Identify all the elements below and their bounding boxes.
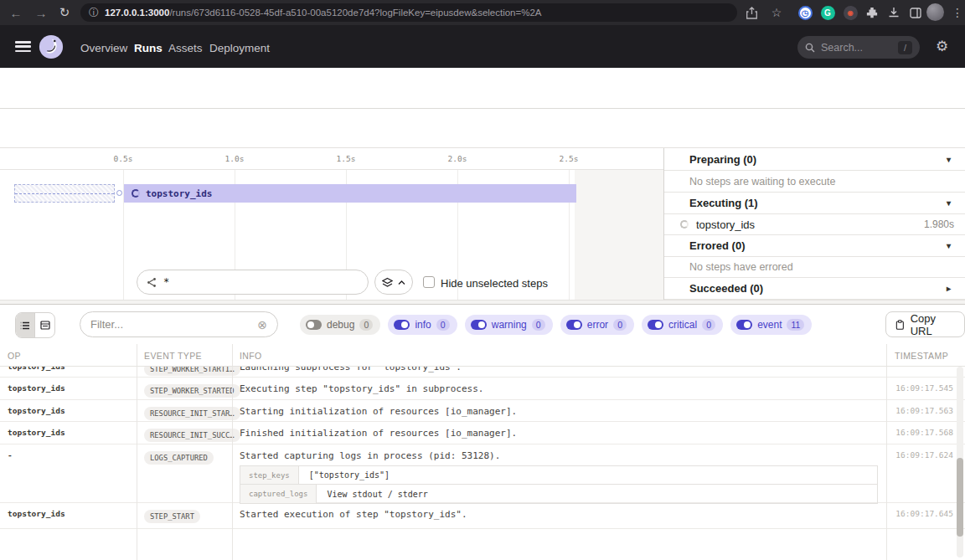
gantt-pending-box <box>14 184 115 203</box>
url-path: /runs/673d6116-0528-45df-a510-00a5120de7… <box>169 8 541 18</box>
chip-warning[interactable]: warning0 <box>465 315 553 335</box>
nav-runs[interactable]: Runs <box>134 42 163 54</box>
chip-debug[interactable]: debug0 <box>300 315 380 335</box>
gantt-toolbar: Hide not started steps Re-execute (topst… <box>0 109 965 148</box>
nav-assets[interactable]: Assets <box>168 42 203 54</box>
reload-icon[interactable]: ↻ <box>55 3 74 22</box>
address-bar[interactable]: ⓘ 127.0.0.1:3000/runs/673d6116-0528-45df… <box>80 3 737 22</box>
global-search-input[interactable]: Search... / <box>797 36 920 59</box>
log-info-text: Started capturing logs in process (pid: … <box>240 450 500 461</box>
site-info-icon[interactable]: ⓘ <box>89 6 99 20</box>
nav-overview[interactable]: Overview <box>80 42 127 54</box>
chip-count: 0 <box>613 319 627 331</box>
event-type-badge: STEP_START <box>144 510 200 523</box>
forward-icon[interactable]: → <box>32 3 50 22</box>
hamburger-menu-icon[interactable] <box>15 41 31 52</box>
errored-empty-text: No steps have errored <box>664 257 965 278</box>
event-type-badge: LOGS_CAPTURED <box>144 451 214 465</box>
chip-info[interactable]: info0 <box>388 315 457 335</box>
browser-menu-kebab-icon[interactable]: ⋮ <box>948 3 965 22</box>
log-filter-input[interactable]: Filter... ⊗ <box>80 311 278 337</box>
section-succeeded[interactable]: Succeeded (0)▸ <box>664 278 965 300</box>
clipboard-icon <box>895 319 905 331</box>
extension-darkreader-icon[interactable]: ◉ <box>841 3 859 22</box>
browser-profile-avatar[interactable] <box>926 3 944 21</box>
meta-label: captured_logs <box>240 485 317 503</box>
settings-gear-icon[interactable]: ⚙ <box>936 38 948 55</box>
chip-count: 0 <box>532 319 545 331</box>
axis-tick: 1.5s <box>337 154 356 163</box>
executing-step-row[interactable]: topstory_ids 1.980s <box>664 214 965 235</box>
log-row[interactable]: topstory_ids STEP_WORKER_STARTED Executi… <box>0 378 965 400</box>
browser-toolbar: ← → ↻ ⓘ 127.0.0.1:3000/runs/673d6116-052… <box>0 0 965 25</box>
extension-grammarly-icon[interactable]: G <box>818 3 837 22</box>
hide-unselected-checkbox[interactable] <box>423 276 435 288</box>
log-row[interactable]: topstory_ids STEP_START Started executio… <box>0 503 965 529</box>
downloads-icon[interactable] <box>885 3 903 22</box>
share-icon[interactable] <box>742 3 761 22</box>
log-filter-placeholder: Filter... <box>90 318 123 331</box>
meta-value: ["topstory_ids"] <box>299 466 400 484</box>
chevron-down-icon: ▾ <box>947 241 951 250</box>
layers-icon <box>382 277 393 288</box>
event-log-table: OP EVENT TYPE INFO TIMESTAMP topstory_id… <box>0 344 965 560</box>
gantt-future-shade <box>575 170 663 304</box>
chip-count: 0 <box>702 319 715 331</box>
back-icon[interactable]: ← <box>7 3 25 22</box>
event-type-badge: RESOURCE_INIT_STAR… <box>144 407 240 420</box>
axis-tick: 2.0s <box>448 154 467 163</box>
event-type-badge: RESOURCE_INIT_SUCC… <box>144 429 240 442</box>
extensions-puzzle-icon[interactable] <box>863 3 881 22</box>
toggle-on-icon <box>566 320 582 330</box>
log-row-clipped[interactable]: topstory_ids STEP_WORKER_STARTI… Launchi… <box>0 367 965 378</box>
chip-count: 0 <box>359 319 373 331</box>
extension-clock-icon[interactable]: ◷ <box>796 3 814 22</box>
section-executing[interactable]: Executing (1)▾ <box>664 193 965 214</box>
event-log-section: Filter... ⊗ debug0 info0 warning0 error0… <box>0 304 965 560</box>
chip-event[interactable]: event11 <box>730 315 812 335</box>
log-row[interactable]: topstory_ids RESOURCE_INIT_STAR… Startin… <box>0 400 965 422</box>
dagster-logo[interactable] <box>39 34 64 59</box>
axis-tick: 2.5s <box>560 154 579 163</box>
chevron-down-icon: ▾ <box>947 198 951 208</box>
log-level-chips: debug0 info0 warning0 error0 critical0 e… <box>300 315 812 335</box>
chevron-up-icon <box>398 280 405 285</box>
clear-filter-icon[interactable]: ⊗ <box>257 318 267 331</box>
gantt-chart: 0.5s 1.0s 1.5s 2.0s 2.5s topstory_ids <box>0 148 664 304</box>
search-shortcut-key: / <box>898 41 912 54</box>
bookmark-star-icon[interactable]: ☆ <box>767 3 786 22</box>
chevron-right-icon: ▸ <box>947 284 951 293</box>
axis-tick: 0.5s <box>114 154 133 163</box>
app-navbar: Overview Runs Assets Deployment Search..… <box>0 25 965 68</box>
event-type-badge: STEP_WORKER_STARTI… <box>144 367 240 376</box>
toggle-on-icon <box>394 320 410 330</box>
step-selector-input[interactable]: * <box>137 270 369 295</box>
section-preparing[interactable]: Preparing (0)▾ <box>664 148 965 171</box>
axis-tick: 1.0s <box>225 154 245 163</box>
log-row[interactable]: topstory_ids RESOURCE_INIT_SUCC… Finishe… <box>0 422 965 444</box>
section-errored[interactable]: Errored (0)▾ <box>664 235 965 257</box>
log-metadata-table: step_keys ["topstory_ids"] captured_logs… <box>240 465 878 504</box>
toggle-on-icon <box>471 320 487 330</box>
view-stdout-stderr-link[interactable]: View stdout / stderr <box>317 485 437 503</box>
search-placeholder: Search... <box>821 42 863 54</box>
zoom-options-button[interactable] <box>374 270 413 295</box>
side-panel-icon[interactable] <box>906 3 925 22</box>
chip-error[interactable]: error0 <box>560 315 634 335</box>
nav-deployment[interactable]: Deployment <box>209 42 270 54</box>
dagster-run-page: ← → ↻ ⓘ 127.0.0.1:3000/runs/673d6116-052… <box>0 0 965 560</box>
steps-status-panel: Preparing (0)▾ No steps are waiting to e… <box>664 148 965 304</box>
gantt-step-bar[interactable]: topstory_ids <box>124 184 576 203</box>
list-view-icon[interactable] <box>16 313 35 337</box>
log-scrollbar-thumb[interactable] <box>957 458 963 537</box>
spinner-icon <box>680 220 689 229</box>
hide-unselected-label: Hide unselected steps <box>441 277 548 290</box>
toggle-on-icon <box>648 320 663 330</box>
chip-critical[interactable]: critical0 <box>642 315 723 335</box>
search-icon <box>805 43 815 53</box>
toggle-on-icon <box>736 320 752 330</box>
structured-view-icon[interactable] <box>35 313 54 337</box>
copy-url-button[interactable]: Copy URL <box>885 311 965 337</box>
gantt-bar-label: topstory_ids <box>146 188 212 199</box>
log-row-logs-captured[interactable]: - LOGS_CAPTURED Started capturing logs i… <box>0 444 965 503</box>
